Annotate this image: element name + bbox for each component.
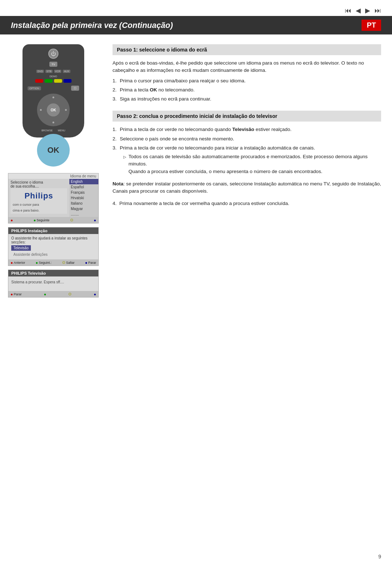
step2-item2: Seleccione o país onde se encontra neste… [113,135,381,143]
step2-list: Prima a tecla de cor verde no telecomand… [113,126,381,175]
right-column: Passo 1: seleccione o idioma do ecrã Apó… [105,37,392,566]
idioma-label: Idioma de menu [8,173,98,179]
nav-up-dot [53,97,54,98]
page-title: Instalação pela primeira vez (Continuaçã… [11,21,173,30]
color-row [26,79,81,83]
nav2-stop: ● Parar [85,261,96,265]
step1-item1: Prima o cursor para cima/baixo para real… [113,77,381,85]
step1-item2: Prima a tecla OK no telecomando. [113,86,381,94]
left-column: TV DVD STB VCR AUX DEMO OPTION [0,37,105,566]
step2-sub1: Todos os canais de televisão são automat… [123,153,381,175]
option-row: OPTION ⊡ [26,86,81,91]
lang-espanol: Español [69,184,98,190]
step2-item1: Prima a tecla de cor verde no telecomand… [113,126,381,133]
cursor-hint2: cima e para baixo. [11,208,67,214]
philips-brand: Philips [11,188,67,202]
lang-magyar: Magyar [69,206,98,212]
install-header: PHILIPS Instalação [8,227,98,234]
search-text: Sistema a procurar. Espera sff.... [11,280,95,284]
lang-list: English Español Français Hrvatski Italia… [69,179,98,217]
nav-down-dot [53,122,54,123]
note-text: : se pretender instalar posteriormente o… [113,181,381,194]
step2-content: Prima a tecla de cor verde no telecomand… [113,126,381,207]
lang-screen-left: Seleccione o idioma de sua escolha.... P… [8,179,69,217]
tv-label: Televisão [28,271,46,275]
page-header: Instalação pela primeira vez (Continuaçã… [0,16,392,34]
install-brand: PHILIPS [11,229,27,233]
stb-btn: STB [45,70,53,73]
dvd-btn: DVD [36,70,44,73]
install-text: O assistente lhe ajudará a instalar as s… [11,236,95,244]
install-tv-selected: Televisão [11,245,31,251]
ok-bold: OK [150,87,157,93]
ok-label: OK [51,108,56,112]
tv-search-header: PHILIPS Televisão [8,270,98,276]
prev-icon[interactable]: ◀ [356,7,361,15]
step4-para: 4. Prima novamente a tecla de cor vermel… [113,200,381,207]
install-body: O assistente lhe ajudará a instalar as s… [8,234,98,259]
green-btn [45,79,53,83]
nav-dot1: ● [11,218,13,222]
select-label1: Seleccione o idioma [11,180,67,184]
nav-icons: ⏮ ◀ ▶ ⏭ [345,7,381,15]
screen3-nav: ● Parar ● ⊙ ● [8,291,98,297]
nav3-d4: ● [94,292,96,296]
step2-sublist: Todos os canais de televisão são automat… [123,153,381,175]
tv-label: TV [52,63,55,66]
nav-right-dot [65,109,67,111]
tv-search-body: Sistema a procurar. Espera sff.... [8,276,98,291]
nav-next-btn: ● Seguinte [33,218,49,222]
next-icon[interactable]: ▶ [365,7,370,15]
lang-hrvatski: Hrvatski [69,195,98,201]
select-label2: de sua escolha.... [11,184,67,188]
install-screen: PHILIPS Instalação O assistente lhe ajud… [8,227,99,266]
vcr-btn: VCR [54,70,62,73]
install-definitions: Assistente definições [11,252,95,257]
browse-label: BROWSE [41,129,53,132]
nav-left-dot [40,109,42,111]
step1-content: Após o ecrã de boas-vindas, é-lhe pedido… [113,60,381,103]
nav3-d2: ● [44,292,46,296]
screen1-nav: ● ● Seguinte ⊙ ● [8,217,98,223]
skip-forward-icon[interactable]: ⏭ [375,7,381,15]
source-row: DVD STB VCR AUX [26,70,81,73]
nav-center: OK [47,103,60,116]
televisao-bold: Televisão [232,127,254,132]
nav2-skip: ⊙ Saltar [62,260,75,265]
main-content: TV DVD STB VCR AUX DEMO OPTION [0,37,392,566]
browse-menu-row: BROWSE MENU [26,129,81,132]
step1-box: Passo 1: seleccione o idioma do ecrã [113,44,381,55]
aux-btn: AUX [63,70,70,73]
blue-btn [64,79,72,83]
cursor-hint1: com o cursor para [11,202,67,208]
lang-francais: Français [69,190,98,195]
nav-ring: OK [37,94,70,126]
teletext-btn: ⊡ [71,86,79,91]
step2-title: Passo 2: conclua o procedimento inicial … [117,113,377,119]
nav3-stop: ● Parar [11,292,22,296]
screen-mockups: Idioma de menu Seleccione o idioma de su… [8,173,99,298]
lang-italiano: Italiano [69,201,98,206]
big-ok-button: OK [37,134,70,167]
nav2-prev: ● Anterior [11,261,25,265]
skip-back-icon[interactable]: ⏮ [345,7,351,15]
tv-search-screen: PHILIPS Televisão Sistema a procurar. Es… [8,270,99,298]
yellow-btn [54,79,62,83]
remote-control: TV DVD STB VCR AUX DEMO OPTION [12,44,95,167]
nav-dot4: ● [94,218,96,222]
screen2-nav: ● Anterior ● Seguint.: ⊙ Saltar ● Parar [8,259,98,266]
language-screen: Idioma de menu Seleccione o idioma de su… [8,173,99,223]
lang-badge: PT [362,20,381,31]
nav2-next: ● Seguint.: [36,261,52,265]
step1-item3: Siga as instruções no ecrã para continua… [113,95,381,103]
step1-intro: Após o ecrã de boas-vindas, é-lhe pedido… [113,60,381,74]
teletext-icon: ⊡ [74,86,77,90]
demo-label: DEMO [26,75,81,78]
step2-box: Passo 2: conclua o procedimento inicial … [113,111,381,122]
nav3-d3: ⊙ [68,292,72,296]
lang-more: ........ [69,212,98,217]
big-ok-label: OK [48,145,60,155]
menu-label: MENU [58,129,65,132]
tv-button: TV [49,62,57,67]
note-label: Nota [113,181,123,186]
